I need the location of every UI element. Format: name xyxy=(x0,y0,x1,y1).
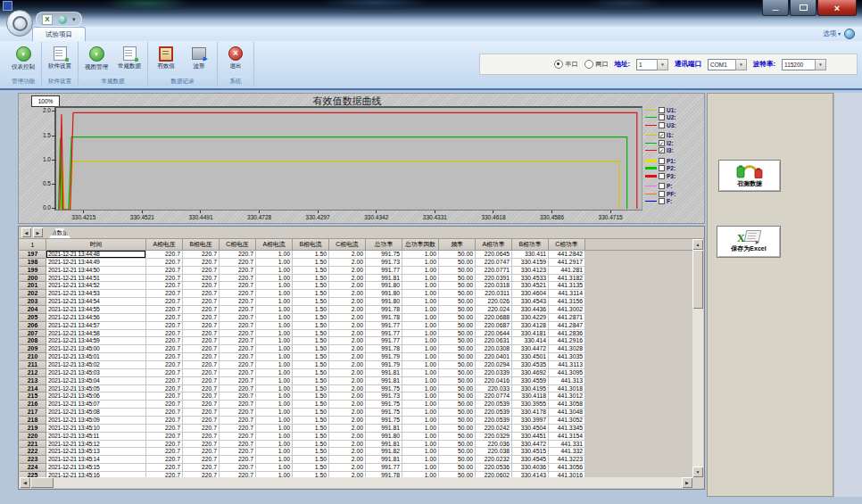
data-cell[interactable]: 50.00 xyxy=(439,464,476,472)
data-cell[interactable]: 441.3002 xyxy=(549,306,585,314)
scroll-down-icon[interactable]: ▼ xyxy=(692,467,703,477)
data-cell[interactable]: 220.7 xyxy=(220,322,256,330)
data-cell[interactable]: 1.50 xyxy=(293,441,329,449)
legend-checkbox[interactable] xyxy=(659,165,665,171)
data-cell[interactable]: 220.7 xyxy=(220,251,256,259)
data-cell[interactable]: 1.00 xyxy=(256,433,293,441)
data-cell[interactable]: 991.77 xyxy=(366,322,402,330)
legend-item[interactable]: P3: xyxy=(645,172,702,180)
legend-checkbox[interactable] xyxy=(659,191,665,197)
data-cell[interactable]: 330.4123 xyxy=(512,267,549,275)
vertical-scrollbar[interactable]: ▲ ▼ xyxy=(692,239,703,477)
data-cell[interactable]: 1.50 xyxy=(293,330,329,338)
vertical-scroll-thumb[interactable] xyxy=(692,250,703,309)
data-cell[interactable]: 991.80 xyxy=(366,433,402,441)
data-cell[interactable]: 2021-12-21 13:45:08 xyxy=(46,409,146,417)
data-cell[interactable]: 220.026 xyxy=(476,298,512,306)
data-cell[interactable]: 2.00 xyxy=(329,282,366,290)
data-cell[interactable]: 220.7 xyxy=(220,456,256,464)
column-header[interactable]: 1 xyxy=(20,239,46,251)
data-cell[interactable]: 1.00 xyxy=(256,377,293,385)
data-cell[interactable]: 2.00 xyxy=(329,290,366,298)
data-cell[interactable]: 50.00 xyxy=(439,392,476,401)
data-cell[interactable]: 1.00 xyxy=(256,275,293,283)
data-cell[interactable]: 1.00 xyxy=(402,314,439,322)
data-cell[interactable]: 220.7 xyxy=(146,369,183,377)
data-cell[interactable]: 1.50 xyxy=(293,290,329,298)
legend-checkbox[interactable] xyxy=(659,114,665,120)
data-cell[interactable]: 1.50 xyxy=(293,392,329,401)
application-menu-orb[interactable] xyxy=(6,10,33,37)
data-cell[interactable]: 2021-12-21 13:45:09 xyxy=(46,417,146,425)
data-cell[interactable]: 220.7 xyxy=(146,345,183,353)
data-cell[interactable]: 330.4181 xyxy=(512,330,549,338)
data-cell[interactable]: 441.3223 xyxy=(549,456,585,464)
data-cell[interactable]: 50.00 xyxy=(439,267,476,275)
data-cell[interactable]: 220.7 xyxy=(220,298,256,306)
data-cell[interactable]: 1.00 xyxy=(402,322,439,330)
data-cell[interactable]: 220.7 xyxy=(146,314,183,322)
row-number-cell[interactable]: 209 xyxy=(20,345,46,353)
chevron-down-icon[interactable] xyxy=(815,59,826,70)
data-cell[interactable]: 220.7 xyxy=(220,259,256,267)
column-header[interactable]: A相功率 xyxy=(476,239,512,251)
data-cell[interactable]: 50.00 xyxy=(439,417,476,425)
column-header[interactable]: C相电压 xyxy=(220,239,256,251)
data-cell[interactable]: 991.78 xyxy=(366,306,402,314)
data-cell[interactable]: 2021-12-21 13:44:55 xyxy=(46,306,146,314)
network-port-radio[interactable] xyxy=(584,60,593,69)
scroll-right-icon[interactable]: ▶ xyxy=(682,477,692,488)
row-number-cell[interactable]: 197 xyxy=(20,251,46,259)
data-cell[interactable]: 330.414 xyxy=(512,337,549,345)
chevron-down-icon[interactable] xyxy=(657,59,668,70)
data-cell[interactable]: 991.75 xyxy=(366,409,402,417)
data-cell[interactable]: 220.0688 xyxy=(476,314,512,322)
data-cell[interactable]: 2.00 xyxy=(329,361,366,369)
row-number-cell[interactable]: 201 xyxy=(20,282,46,290)
row-number-cell[interactable]: 205 xyxy=(20,314,46,322)
data-cell[interactable]: 1.00 xyxy=(402,282,439,290)
row-number-cell[interactable]: 213 xyxy=(20,377,46,385)
sheet-nav-left-icon[interactable]: ◀ xyxy=(21,227,31,237)
data-cell[interactable]: 441.3048 xyxy=(549,409,585,417)
data-cell[interactable]: 220.7 xyxy=(146,361,183,369)
data-cell[interactable]: 220.7 xyxy=(183,290,220,298)
row-number-cell[interactable]: 202 xyxy=(20,290,46,298)
data-cell[interactable]: 991.81 xyxy=(366,456,402,464)
data-cell[interactable]: 1.00 xyxy=(402,392,439,401)
data-cell[interactable]: 991.75 xyxy=(366,385,402,393)
data-cell[interactable]: 220.7 xyxy=(146,306,183,314)
data-cell[interactable]: 1.00 xyxy=(402,353,439,361)
data-cell[interactable]: 50.00 xyxy=(439,290,476,298)
data-cell[interactable]: 1.00 xyxy=(402,267,439,275)
data-cell[interactable]: 991.81 xyxy=(366,441,402,449)
data-cell[interactable]: 220.0687 xyxy=(476,322,512,330)
globe-help-icon[interactable] xyxy=(844,29,855,39)
data-cell[interactable]: 220.0774 xyxy=(476,392,512,401)
data-cell[interactable]: 1.00 xyxy=(256,322,293,330)
data-cell[interactable]: 441.3113 xyxy=(549,361,585,369)
data-cell[interactable]: 1.00 xyxy=(402,345,439,353)
data-cell[interactable]: 330.4159 xyxy=(512,259,549,267)
data-cell[interactable]: 220.7 xyxy=(220,433,256,441)
data-cell[interactable]: 991.82 xyxy=(366,448,402,456)
data-cell[interactable]: 220.7 xyxy=(183,441,220,449)
instrument-control-button[interactable]: 仪表控制 xyxy=(8,46,38,71)
data-cell[interactable]: 1.00 xyxy=(256,425,293,433)
data-cell[interactable]: 2.00 xyxy=(329,401,366,409)
data-cell[interactable]: 330.4543 xyxy=(512,298,549,306)
plot-area[interactable] xyxy=(54,106,642,211)
help-icon[interactable]: ? xyxy=(58,15,67,24)
data-cell[interactable]: 220.0631 xyxy=(476,337,512,345)
data-cell[interactable]: 330.4604 xyxy=(512,290,549,298)
data-cell[interactable]: 220.0771 xyxy=(476,267,512,275)
data-cell[interactable]: 220.7 xyxy=(183,377,220,385)
legend-checkbox[interactable]: ✓ xyxy=(659,147,665,153)
row-number-cell[interactable]: 212 xyxy=(20,369,46,377)
data-cell[interactable]: 1.50 xyxy=(293,361,329,369)
legend-checkbox[interactable] xyxy=(659,158,665,164)
row-number-cell[interactable]: 211 xyxy=(20,361,46,369)
data-cell[interactable]: 2.00 xyxy=(329,251,366,259)
data-cell[interactable]: 2.00 xyxy=(329,306,366,314)
data-cell[interactable]: 2021-12-21 13:44:50 xyxy=(46,267,146,275)
